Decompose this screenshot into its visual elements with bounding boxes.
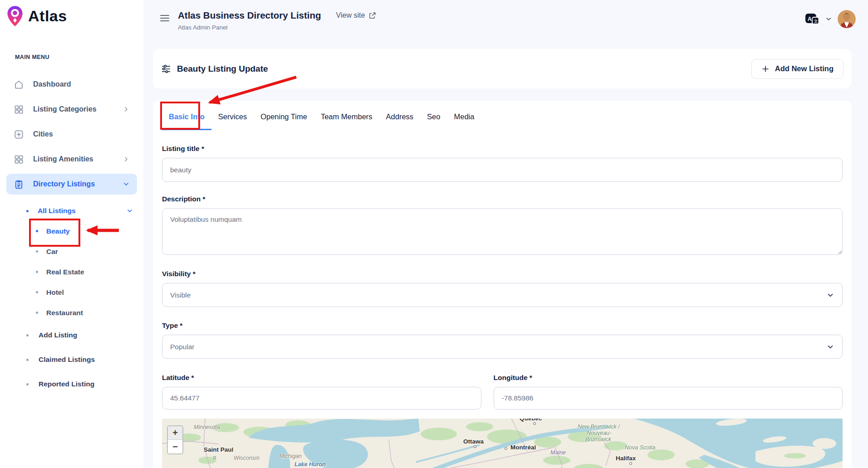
latitude-input[interactable] <box>162 387 481 410</box>
chevron-down-icon[interactable] <box>825 15 832 23</box>
directory-listings-submenu: All Listings Beauty Car Real Estate Hote… <box>0 199 143 396</box>
listing-title-field: Listing title * <box>162 145 843 182</box>
chevron-down-icon <box>826 343 834 351</box>
tab-basic-info[interactable]: Basic Info <box>162 112 211 130</box>
listing-update-title: Beauty Listing Update <box>177 64 268 74</box>
tab-opening-time[interactable]: Opening Time <box>254 112 314 130</box>
sidebar-item-listing-amenities[interactable]: Listing Amenities <box>6 149 137 170</box>
home-icon <box>14 79 24 90</box>
map-zoom-in-button[interactable]: + <box>168 426 182 440</box>
app-logo[interactable]: Atlas <box>0 0 143 27</box>
sidebar-item-hotel[interactable]: Hotel <box>0 282 137 302</box>
sidebar-item-listing-categories[interactable]: Listing Categories <box>6 99 137 120</box>
visibility-select[interactable]: Visible <box>162 283 843 307</box>
sidebar-menu: Dashboard Listing Categories Cities <box>0 74 143 195</box>
sidebar-item-claimed-listings[interactable]: Claimed Listings <box>0 347 137 372</box>
map-label: Michigan <box>279 453 302 459</box>
sidebar-item-label: Reported Listing <box>39 380 94 388</box>
svg-text:A: A <box>808 15 812 22</box>
map-label: Ottawa <box>463 438 484 445</box>
view-site-link[interactable]: View site <box>336 11 377 20</box>
bullet-icon <box>36 291 38 293</box>
tab-seo[interactable]: Seo <box>420 112 447 130</box>
sidebar-item-label: Car <box>46 248 58 256</box>
sidebar-item-label: Dashboard <box>33 80 71 88</box>
map-label: Québec <box>520 419 542 422</box>
sidebar-item-label: Hotel <box>46 288 64 297</box>
tab-address[interactable]: Address <box>379 112 421 130</box>
sidebar-item-label: Cities <box>33 130 53 138</box>
map-label: Halifax <box>616 455 636 462</box>
longitude-input[interactable] <box>494 387 843 410</box>
bullet-icon <box>26 210 29 212</box>
description-field: Description * Voluptatibus numquam <box>162 195 843 257</box>
tab-services[interactable]: Services <box>211 112 254 130</box>
latitude-field: Latitude * <box>162 374 481 410</box>
sidebar-item-real-estate[interactable]: Real Estate <box>0 262 137 282</box>
map-marker-dot <box>213 456 216 459</box>
bullet-icon <box>26 334 29 336</box>
map-label: Lake Huron <box>294 461 326 468</box>
app-name: Atlas <box>28 7 67 25</box>
sidebar-item-directory-listings[interactable]: Directory Listings <box>6 174 137 195</box>
map-marker-dot <box>505 447 507 450</box>
tab-media[interactable]: Media <box>447 112 481 130</box>
map-zoom-out-button[interactable]: − <box>168 440 182 453</box>
sidebar-item-label: Listing Categories <box>33 105 97 113</box>
longitude-label: Longitude * <box>494 374 843 382</box>
chevron-right-icon <box>123 156 130 163</box>
translate-icon[interactable]: A 文 <box>805 13 819 25</box>
grid-icon <box>14 104 24 115</box>
latitude-label: Latitude * <box>162 374 481 382</box>
sidebar-item-restaurant[interactable]: Restaurant <box>0 302 137 323</box>
bullet-icon <box>36 230 38 232</box>
bullet-icon <box>36 250 38 253</box>
main-content: Atlas Business Directory Listing Atlas A… <box>143 0 868 468</box>
map-label: Nova Scotia <box>625 444 655 451</box>
atlas-pin-icon <box>6 5 24 27</box>
sidebar-item-label: Add Listing <box>39 331 77 339</box>
svg-text:文: 文 <box>814 18 818 23</box>
topbar: Atlas Business Directory Listing Atlas A… <box>143 0 868 31</box>
sidebar-item-reported-listing[interactable]: Reported Listing <box>0 372 137 396</box>
longitude-field: Longitude * <box>494 374 843 410</box>
page-subtitle: Atlas Admin Panel <box>178 24 321 31</box>
sidebar: Atlas MAIN MENU Dashboard Listing Catego… <box>0 0 143 468</box>
user-avatar[interactable] <box>838 10 856 28</box>
sidebar-item-beauty[interactable]: Beauty <box>0 221 137 241</box>
listing-form-card: Basic Info Services Opening Time Team Me… <box>153 101 852 468</box>
topbar-actions: A 文 <box>805 10 856 28</box>
type-select[interactable]: Popular <box>162 335 843 359</box>
sidebar-item-car[interactable]: Car <box>0 241 137 262</box>
description-textarea[interactable]: Voluptatibus numquam <box>162 208 843 255</box>
map-label: Saint Paul <box>204 446 233 453</box>
map-marker-dot <box>629 462 632 465</box>
plus-icon <box>761 65 770 73</box>
hamburger-menu-icon[interactable] <box>160 15 169 22</box>
sidebar-item-cities[interactable]: Cities <box>6 124 137 145</box>
page-title: Atlas Business Directory Listing <box>178 10 321 21</box>
visibility-field: Visibility * Visible <box>162 270 843 307</box>
view-site-label: View site <box>336 11 365 20</box>
map-canvas[interactable]: + − MinnesotaSaint PaulWisconsinMichigan… <box>162 419 843 468</box>
tab-team-members[interactable]: Team Members <box>314 112 379 130</box>
sidebar-item-label: Real Estate <box>46 268 84 276</box>
sidebar-item-add-listing[interactable]: Add Listing <box>0 323 137 347</box>
map-label: Wisconsin <box>234 455 260 461</box>
sidebar-section-label: MAIN MENU <box>15 54 143 60</box>
sliders-icon <box>161 64 171 74</box>
sidebar-item-dashboard[interactable]: Dashboard <box>6 74 137 95</box>
chevron-down-icon <box>123 180 130 188</box>
listing-title-input[interactable] <box>162 158 843 182</box>
sidebar-item-all-listings[interactable]: All Listings <box>0 201 137 221</box>
sidebar-item-label: Beauty <box>46 227 70 235</box>
listing-update-title-row: Beauty Listing Update <box>161 64 268 74</box>
bullet-icon <box>36 312 38 314</box>
chevron-down-icon <box>826 291 834 299</box>
form-tabs: Basic Info Services Opening Time Team Me… <box>162 101 843 130</box>
bullet-icon <box>26 383 29 385</box>
visibility-label: Visibility * <box>162 270 843 278</box>
map-marker-dot <box>533 422 536 425</box>
add-new-listing-button[interactable]: Add New Listing <box>751 59 843 79</box>
sidebar-item-label: Claimed Listings <box>39 356 95 364</box>
